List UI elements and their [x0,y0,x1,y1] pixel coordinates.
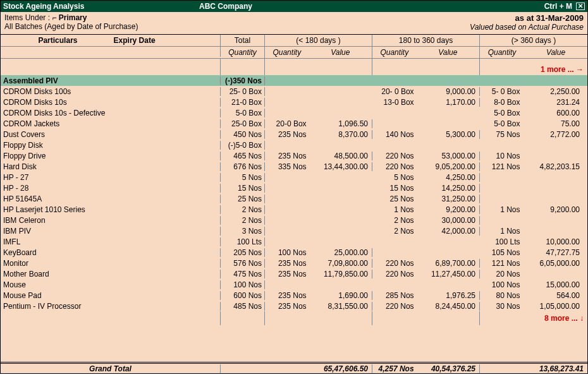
table-row[interactable]: HP 51645A25 Nos25 Nos31,250.00 [1,193,587,204]
table-row[interactable]: Pentium - IV Processor485 Nos235 Nos8,31… [1,301,587,311]
table-row[interactable]: HP Laserjet 1010 Series2 Nos1 Nos9,200.0… [1,204,587,215]
valuation-basis: Valued based on Actual Purchase [470,23,584,32]
table-row[interactable]: Mouse100 Nos100 Nos15,000.00 [1,279,587,290]
report-frame: Stock Ageing Analysis ABC Company Ctrl +… [0,0,588,374]
col-g1-qty: Quantity [265,47,309,58]
as-at-date: as at 31-Mar-2009 [470,13,584,23]
report-title: Stock Ageing Analysis [3,2,199,11]
more-columns-indicator[interactable]: 1 more ... → [1,59,587,75]
table-row[interactable]: Dust Covers450 Nos235 Nos8,370.00140 Nos… [1,129,587,140]
table-row[interactable]: IBM Celeron2 Nos2 Nos30,000.00 [1,215,587,225]
col-group-lt180[interactable]: (< 180 days ) [265,35,372,46]
more-rows-indicator[interactable]: 8 more ... ↓ [1,311,587,325]
table-row[interactable]: HP - 275 Nos5 Nos4,250.00 [1,172,587,183]
table-row[interactable]: HP - 2815 Nos15 Nos14,250.00 [1,183,587,193]
table-row[interactable]: CDROM Disks 10s21-0 Box13-0 Box1,170.008… [1,97,587,107]
table-row[interactable]: Hard Disk676 Nos335 Nos13,44,300.00220 N… [1,161,587,172]
group-row[interactable]: Assembled PIV (-)350 Nos [1,75,587,86]
items-under-label: Items Under : [4,13,50,22]
table-row[interactable]: Mother Board475 Nos235 Nos11,79,850.0022… [1,268,587,279]
col-expiry-date[interactable]: Expiry Date [114,36,217,45]
grand-total-row: Grand Total 65,47,606.50 4,257 Nos40,54,… [1,362,587,373]
report-body: 1 more ... → Assembled PIV (-)350 Nos CD… [1,59,587,362]
col-g1-val: Value [309,47,372,58]
header-row-1: Particulars Expiry Date Total (< 180 day… [1,35,587,47]
col-g2-qty: Quantity [372,47,417,58]
header-row-2: Quantity Quantity Value Quantity Value Q… [1,47,587,59]
company-name: ABC Company [199,2,544,11]
table-row[interactable]: Mouse Pad600 Nos235 Nos1,690.00285 Nos1,… [1,290,587,301]
titlebar: Stock Ageing Analysis ABC Company Ctrl +… [1,1,587,12]
table-row[interactable]: CDROM Disks 10s - Defective5-0 Box5-0 Bo… [1,107,587,118]
items-under-value[interactable]: Primary [59,13,87,22]
table-row[interactable]: CDROM Disks 100s25- 0 Box20- 0 Box9,000.… [1,86,587,97]
table-row[interactable]: CDROM Jackets25-0 Box20-0 Box1,096.505-0… [1,118,587,129]
close-button[interactable]: ✕ [576,3,585,10]
table-row[interactable]: IBM PIV3 Nos2 Nos42,000.001 Nos [1,225,587,236]
items-under-marker: ⌐ [52,13,56,22]
table-row[interactable]: KeyBoard205 Nos100 Nos25,000.00105 Nos47… [1,247,587,258]
col-particulars[interactable]: Particulars [4,36,112,45]
col-group-180-360[interactable]: 180 to 360 days [372,35,480,46]
table-row[interactable]: Floppy Disk(-)5-0 Box [1,140,587,150]
table-row[interactable]: Monitor576 Nos235 Nos7,09,800.00220 Nos6… [1,258,587,268]
table-row[interactable]: Floppy Drive465 Nos235 Nos48,500.00220 N… [1,150,587,161]
batches-line: All Batches (Aged by Date of Purchase) [4,22,470,31]
meta-bar: Items Under : ⌐ Primary All Batches (Age… [1,12,587,35]
table-row[interactable]: IMFL100 Lts100 Lts10,000.00 [1,236,587,247]
col-total[interactable]: Total [221,35,265,46]
shortcut-label: Ctrl + M [544,2,572,11]
col-group-gt360[interactable]: (> 360 days ) [480,35,587,46]
col-total-qty: Quantity [221,47,265,58]
col-g3-val: Value [524,47,587,58]
col-g3-qty: Quantity [480,47,524,58]
col-g2-val: Value [417,47,479,58]
